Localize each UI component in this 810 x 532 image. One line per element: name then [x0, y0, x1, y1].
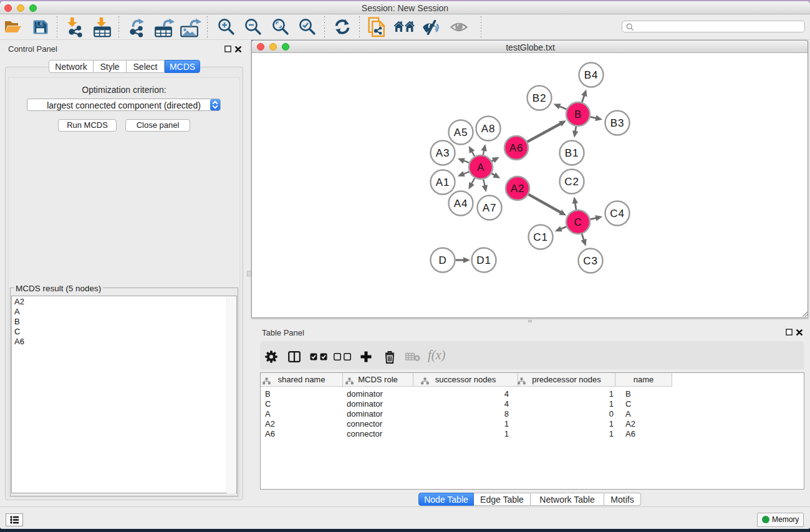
svg-text:C3: C3	[583, 255, 597, 267]
svg-text:A7: A7	[483, 202, 496, 214]
svg-text:A2: A2	[511, 183, 524, 195]
svg-text:A6: A6	[509, 142, 523, 154]
svg-text:C2: C2	[564, 176, 579, 188]
svg-text:D: D	[438, 254, 446, 266]
svg-text:B2: B2	[533, 92, 546, 104]
svg-text:B3: B3	[610, 117, 624, 129]
svg-text:A8: A8	[481, 123, 495, 135]
svg-text:C1: C1	[533, 231, 547, 243]
svg-text:D1: D1	[476, 254, 491, 266]
svg-text:B4: B4	[584, 69, 598, 81]
svg-text:A: A	[477, 162, 485, 173]
svg-text:A3: A3	[436, 147, 450, 159]
svg-text:C4: C4	[610, 208, 624, 220]
svg-text:A5: A5	[454, 127, 468, 138]
svg-text:A4: A4	[454, 198, 468, 210]
svg-text:B: B	[574, 109, 582, 120]
svg-text:A1: A1	[436, 177, 450, 188]
svg-text:B1: B1	[565, 147, 579, 159]
svg-text:C: C	[574, 216, 582, 228]
